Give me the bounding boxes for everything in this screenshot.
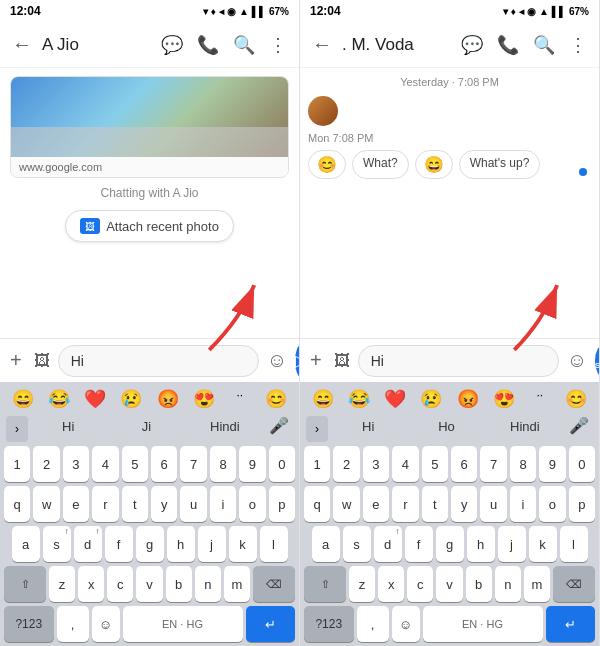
key-b[interactable]: b — [166, 566, 192, 602]
key-7[interactable]: 7 — [180, 446, 206, 482]
key-5[interactable]: 5 — [122, 446, 148, 482]
r-emoji-key-bottom[interactable]: ☺ — [392, 606, 420, 642]
r-key-2[interactable]: 2 — [333, 446, 359, 482]
key-q[interactable]: q — [4, 486, 30, 522]
emoji-key-3[interactable]: ❤️ — [78, 388, 112, 410]
key-d[interactable]: df — [74, 526, 102, 562]
r-key-1[interactable]: 1 — [304, 446, 330, 482]
message-input-right[interactable] — [358, 345, 559, 377]
suggestion-2-left[interactable]: Ji — [108, 416, 184, 442]
r-key-4[interactable]: 4 — [392, 446, 418, 482]
r-key-s[interactable]: s — [343, 526, 371, 562]
emoji-key-6[interactable]: 😍 — [187, 388, 221, 410]
r-emoji-key-2[interactable]: 😂 — [342, 388, 376, 410]
quick-chip-what[interactable]: What? — [352, 150, 409, 179]
r-emoji-key-8[interactable]: 😊 — [559, 388, 593, 410]
r-emoji-key-3[interactable]: ❤️ — [378, 388, 412, 410]
key-2[interactable]: 2 — [33, 446, 59, 482]
r-num-key[interactable]: ?123 — [304, 606, 354, 642]
r-key-9[interactable]: 9 — [539, 446, 565, 482]
key-t[interactable]: t — [122, 486, 148, 522]
r-key-x[interactable]: x — [378, 566, 404, 602]
r-key-u[interactable]: u — [480, 486, 506, 522]
suggestion-arrow-left[interactable]: › — [6, 416, 28, 442]
r-key-w[interactable]: w — [333, 486, 359, 522]
key-f[interactable]: f — [105, 526, 133, 562]
r-key-5[interactable]: 5 — [422, 446, 448, 482]
key-z[interactable]: z — [49, 566, 75, 602]
add-button-right[interactable]: + — [306, 345, 326, 376]
r-key-d[interactable]: df — [374, 526, 402, 562]
sticker-button-left[interactable]: 🖼 — [30, 348, 54, 374]
r-key-6[interactable]: 6 — [451, 446, 477, 482]
emoji-key-bottom-left[interactable]: ☺ — [92, 606, 120, 642]
r-emoji-key-4[interactable]: 😢 — [414, 388, 448, 410]
r-key-3[interactable]: 3 — [363, 446, 389, 482]
key-w[interactable]: w — [33, 486, 59, 522]
r-comma-key[interactable]: , — [357, 606, 389, 642]
call-icon-right[interactable]: 📞 — [493, 30, 523, 60]
key-x[interactable]: x — [78, 566, 104, 602]
r-key-o[interactable]: o — [539, 486, 565, 522]
search-icon-right[interactable]: 🔍 — [529, 30, 559, 60]
r-shift-key[interactable]: ⇧ — [304, 566, 346, 602]
emoji-key-2[interactable]: 😂 — [42, 388, 76, 410]
r-emoji-key-7[interactable]: ·· — [523, 388, 557, 410]
key-1[interactable]: 1 — [4, 446, 30, 482]
add-button-left[interactable]: + — [6, 345, 26, 376]
message-input-left[interactable] — [58, 345, 259, 377]
call-icon-left[interactable]: 📞 — [193, 30, 223, 60]
r-key-g[interactable]: g — [436, 526, 464, 562]
key-0[interactable]: 0 — [269, 446, 295, 482]
key-u[interactable]: u — [180, 486, 206, 522]
suggestion-1-right[interactable]: Hi — [330, 416, 406, 442]
emoji-button-left[interactable]: ☺ — [263, 345, 291, 376]
r-key-q[interactable]: q — [304, 486, 330, 522]
r-key-z[interactable]: z — [349, 566, 375, 602]
r-key-e[interactable]: e — [363, 486, 389, 522]
key-9[interactable]: 9 — [239, 446, 265, 482]
r-delete-key[interactable]: ⌫ — [553, 566, 595, 602]
emoji-key-1[interactable]: 😄 — [6, 388, 40, 410]
key-c[interactable]: c — [107, 566, 133, 602]
emoji-key-5[interactable]: 😡 — [151, 388, 185, 410]
r-key-m[interactable]: m — [524, 566, 550, 602]
r-key-a[interactable]: a — [312, 526, 340, 562]
key-i[interactable]: i — [210, 486, 236, 522]
key-r[interactable]: r — [92, 486, 118, 522]
key-8[interactable]: 8 — [210, 446, 236, 482]
chat-icon-left[interactable]: 💬 — [157, 30, 187, 60]
r-key-8[interactable]: 8 — [510, 446, 536, 482]
key-6[interactable]: 6 — [151, 446, 177, 482]
r-key-v[interactable]: v — [436, 566, 462, 602]
key-m[interactable]: m — [224, 566, 250, 602]
emoji-button-right[interactable]: ☺ — [563, 345, 591, 376]
r-enter-key[interactable]: ↵ — [546, 606, 596, 642]
key-e[interactable]: e — [63, 486, 89, 522]
mic-button-right[interactable]: 🎤 — [565, 416, 593, 442]
suggestion-3-left[interactable]: Hindi — [187, 416, 263, 442]
r-key-p[interactable]: p — [569, 486, 595, 522]
space-key-left[interactable]: EN · HG — [123, 606, 243, 642]
emoji-key-4[interactable]: 😢 — [114, 388, 148, 410]
more-icon-left[interactable]: ⋮ — [265, 30, 291, 60]
r-key-7[interactable]: 7 — [480, 446, 506, 482]
r-key-r[interactable]: r — [392, 486, 418, 522]
comma-key-left[interactable]: , — [57, 606, 89, 642]
r-key-j[interactable]: j — [498, 526, 526, 562]
enter-key-left[interactable]: ↵ — [246, 606, 296, 642]
quick-chip-whatsup[interactable]: What's up? — [459, 150, 541, 179]
quick-chip-laugh[interactable]: 😄 — [415, 150, 453, 179]
r-key-h[interactable]: h — [467, 526, 495, 562]
r-key-c[interactable]: c — [407, 566, 433, 602]
r-key-0[interactable]: 0 — [569, 446, 595, 482]
quick-chip-smile[interactable]: 😊 — [308, 150, 346, 179]
key-s[interactable]: sf — [43, 526, 71, 562]
num-key-left[interactable]: ?123 — [4, 606, 54, 642]
search-icon-left[interactable]: 🔍 — [229, 30, 259, 60]
key-j[interactable]: j — [198, 526, 226, 562]
key-o[interactable]: o — [239, 486, 265, 522]
key-k[interactable]: k — [229, 526, 257, 562]
r-key-f[interactable]: f — [405, 526, 433, 562]
key-3[interactable]: 3 — [63, 446, 89, 482]
